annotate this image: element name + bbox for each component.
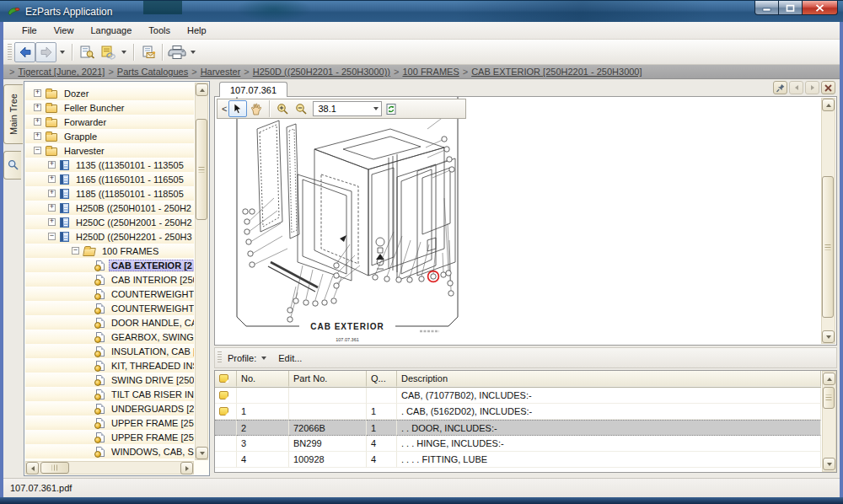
menu-view[interactable]: View	[46, 23, 83, 38]
tree-item-kit-threaded-inse[interactable]: KIT, THREADED INSE	[25, 358, 194, 373]
breadcrumb-parts-catalogues[interactable]: Parts Catalogues	[117, 67, 188, 77]
tree-item-counterweight-6[interactable]: COUNTERWEIGHT 6	[25, 301, 194, 315]
table-row-5[interactable]: 41009284. . . . FITTING, LUBE	[215, 452, 821, 468]
breadcrumb-harvester[interactable]: Harvester	[201, 67, 241, 77]
table-vertical-scrollbar[interactable]	[822, 371, 836, 472]
tree-item-harvester[interactable]: −Harvester	[25, 143, 194, 158]
pan-tool-button[interactable]	[247, 100, 266, 117]
tab-search[interactable]	[3, 151, 21, 180]
profile-edit-button[interactable]: Edit...	[278, 353, 302, 363]
tree-item-grapple[interactable]: +Grapple	[25, 129, 194, 143]
minimize-button[interactable]	[754, 1, 779, 15]
tree-item-upper-frame-250h[interactable]: UPPER FRAME [250H	[25, 416, 194, 430]
menu-tools[interactable]: Tools	[140, 23, 179, 38]
column-icon[interactable]	[215, 371, 237, 387]
print-button[interactable]	[166, 42, 187, 62]
back-button[interactable]	[14, 42, 35, 62]
tree-item-forwarder[interactable]: +Forwarder	[25, 115, 194, 129]
expand-icon[interactable]: +	[34, 118, 41, 126]
tree-item-dozer[interactable]: +Dozer	[25, 86, 194, 100]
expand-icon[interactable]: +	[34, 89, 41, 97]
collapse-icon[interactable]: −	[48, 233, 56, 240]
tree-item-h250b-250h0101-250h2[interactable]: +H250B ((250H0101 - 250H2	[25, 201, 194, 215]
tree-item-1135-11350101-113505[interactable]: +1135 ((11350101 - 113505	[25, 158, 194, 172]
zoom-out-button[interactable]	[292, 100, 310, 117]
scroll-down-button[interactable]	[822, 330, 835, 343]
expand-icon[interactable]: +	[48, 218, 56, 226]
refresh-button[interactable]	[382, 100, 400, 117]
send-page-button[interactable]	[137, 42, 158, 62]
tree-horizontal-scrollbar[interactable]	[25, 461, 194, 475]
expand-icon[interactable]: +	[48, 204, 56, 212]
scroll-down-button[interactable]	[823, 458, 835, 470]
table-row-1[interactable]: CAB, (71077B02), INCLUDES:-	[215, 388, 821, 404]
tree-item-insulation-cab-2[interactable]: INSULATION, CAB [2	[25, 344, 194, 358]
tree-item-counterweight-10[interactable]: COUNTERWEIGHT 10	[25, 287, 194, 301]
document-tab[interactable]: 107.07.361	[219, 82, 287, 97]
breadcrumb-model[interactable]: H250D ((250H2201 - 250H3000))	[253, 67, 390, 77]
annotation-button[interactable]	[97, 42, 118, 62]
cab-exterior-drawing[interactable]: CAB EXTERIOR 107.07.361	[215, 97, 825, 345]
close-button[interactable]	[803, 1, 838, 15]
scroll-up-button[interactable]	[196, 83, 208, 96]
breadcrumb-catalog[interactable]: Tigercat [June, 2021]	[18, 67, 105, 77]
toolbar-collapse-icon[interactable]: <	[222, 104, 227, 114]
tree-item-windows-cab-sli[interactable]: WINDOWS, CAB, SLI	[25, 444, 194, 458]
tree-hscroll-thumb[interactable]	[40, 462, 69, 474]
tab-main-tree[interactable]: Main Tree	[3, 84, 23, 144]
close-document-button[interactable]	[821, 81, 835, 94]
tree-item-gearbox-swing-dr[interactable]: GEARBOX, SWING DR	[25, 330, 194, 344]
expand-icon[interactable]: +	[48, 190, 56, 197]
zoom-level-combobox[interactable]: 38.1	[313, 101, 382, 116]
tree-item-1165-11650101-116505[interactable]: +1165 ((11650101 - 116505	[25, 172, 194, 186]
breadcrumb-frames[interactable]: 100 FRAMES	[402, 67, 459, 77]
tree-item-cab-exterior-2[interactable]: CAB EXTERIOR [2	[25, 258, 194, 272]
select-tool-button[interactable]	[228, 100, 247, 117]
collapse-icon[interactable]: −	[72, 247, 79, 255]
profile-dropdown-caret[interactable]	[261, 357, 266, 360]
tree-item-upper-frame-250h[interactable]: UPPER FRAME [250H	[25, 430, 194, 444]
menu-language[interactable]: Language	[82, 23, 140, 38]
zoom-in-button[interactable]	[273, 100, 292, 117]
maximize-button[interactable]	[779, 1, 803, 15]
profile-toolbar-grip[interactable]	[217, 351, 222, 364]
prev-document-button[interactable]	[789, 81, 803, 94]
scroll-up-button[interactable]	[822, 99, 835, 111]
scroll-up-button[interactable]	[823, 373, 835, 385]
table-vscroll-thumb[interactable]	[823, 387, 835, 409]
tree-item-h250d-250h2201-250h3[interactable]: −H250D ((250H2201 - 250H3	[25, 229, 194, 244]
collapse-icon[interactable]: −	[34, 147, 41, 154]
scroll-down-button[interactable]	[196, 447, 208, 459]
forward-button[interactable]	[35, 42, 56, 62]
table-row-3[interactable]: 272066B1. . DOOR, INCLUDES:-	[215, 420, 821, 436]
tree-item-h250c-250h2001-250h2[interactable]: +H250C ((250H2001 - 250H2	[25, 215, 194, 229]
tree-item-100-frames[interactable]: −100 FRAMES	[25, 244, 194, 258]
column-no[interactable]: No.	[237, 371, 289, 387]
diagram-vscroll-thumb[interactable]	[822, 176, 834, 318]
table-row-2[interactable]: 11. CAB, (5162D02), INCLUDES:-	[215, 404, 821, 420]
menu-help[interactable]: Help	[179, 23, 215, 38]
scroll-left-button[interactable]	[26, 462, 39, 475]
tree-item-cab-interior-250h[interactable]: CAB INTERIOR [250H	[25, 272, 194, 287]
toolbar-grip[interactable]	[8, 44, 12, 61]
print-dropdown-caret[interactable]	[191, 51, 196, 54]
table-row-4[interactable]: 3BN2994. . . HINGE, INCLUDES:-	[215, 436, 821, 452]
tree-vertical-scrollbar[interactable]	[195, 83, 208, 460]
expand-icon[interactable]: +	[48, 161, 56, 169]
expand-icon[interactable]: +	[34, 104, 41, 111]
expand-icon[interactable]: +	[34, 132, 41, 140]
history-dropdown-caret[interactable]	[60, 51, 65, 54]
tree-item-tilt-cab-riser-inst[interactable]: TILT CAB RISER INST	[25, 387, 194, 401]
preview-button[interactable]	[76, 42, 97, 62]
tree-item-underguards-250[interactable]: UNDERGUARDS [250	[25, 401, 194, 416]
tree-item-feller-buncher[interactable]: +Feller Buncher	[25, 100, 194, 115]
tree-item-1185-11850101-118505[interactable]: +1185 ((11850101 - 118505	[25, 186, 194, 201]
tree-item-swing-drive-250h[interactable]: SWING DRIVE [250H:	[25, 373, 194, 387]
column-qty[interactable]: Q...	[367, 371, 397, 387]
diagram-vertical-scrollbar[interactable]	[821, 98, 835, 344]
scroll-right-button[interactable]	[180, 462, 193, 475]
tree-vscroll-thumb[interactable]	[196, 119, 207, 220]
annotation-dropdown-caret[interactable]	[121, 51, 126, 54]
column-description[interactable]: Description	[397, 371, 821, 387]
tree-item-door-handle-cab[interactable]: DOOR HANDLE, CAB	[25, 315, 194, 330]
